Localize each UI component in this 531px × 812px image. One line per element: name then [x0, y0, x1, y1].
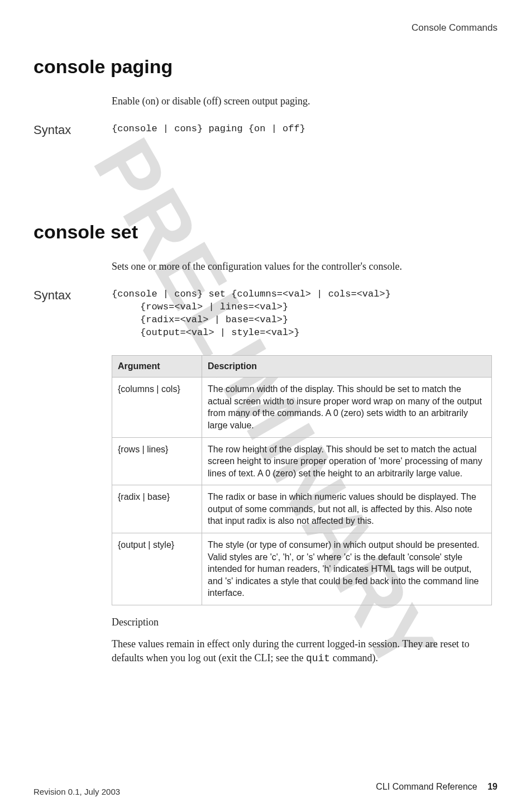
table-row: {output | style} The style (or type of c…: [112, 533, 492, 605]
syntax-code-set: {console | cons} set {columns=<val> | co…: [112, 288, 391, 340]
arguments-table: Argument Description {columns | cols} Th…: [112, 355, 492, 605]
table-header-description: Description: [202, 356, 492, 378]
description-heading: Description: [112, 615, 492, 629]
command-title-paging: console paging: [34, 56, 497, 78]
command-intro-set: Sets one or more of the configuration va…: [112, 260, 492, 274]
arg-desc: The row height of the display. This shou…: [202, 437, 492, 485]
arg-name: {radix | base}: [112, 485, 202, 533]
arg-desc: The radix or base in which numeric value…: [202, 485, 492, 533]
footer-revision: Revision 0.1, July 2003: [34, 787, 120, 796]
arg-desc: The style (or type of consumer) in which…: [202, 533, 492, 605]
running-header: Console Commands: [34, 22, 497, 34]
description-body: These values remain in effect only durin…: [112, 637, 492, 666]
command-title-set: console set: [34, 221, 497, 243]
syntax-label: Syntax: [34, 288, 112, 303]
arg-desc: The column width of the display. This sh…: [202, 378, 492, 437]
arg-name: {output | style}: [112, 533, 202, 605]
table-header-argument: Argument: [112, 356, 202, 378]
footer-page-number: 19: [487, 782, 497, 791]
desc-body-post: command).: [330, 652, 378, 663]
table-row: {rows | lines} The row height of the dis…: [112, 437, 492, 485]
desc-body-mono: quit: [306, 653, 330, 664]
arg-name: {columns | cols}: [112, 378, 202, 437]
desc-body-pre: These values remain in effect only durin…: [112, 638, 470, 663]
table-row: {radix | base} The radix or base in whic…: [112, 485, 492, 533]
arg-name: {rows | lines}: [112, 437, 202, 485]
syntax-code-paging: {console | cons} paging {on | off}: [112, 123, 305, 136]
command-intro-paging: Enable (on) or disable (off) screen outp…: [112, 94, 492, 108]
table-row: {columns | cols} The column width of the…: [112, 378, 492, 437]
syntax-label: Syntax: [34, 123, 112, 137]
footer-doc-title: CLI Command Reference: [376, 782, 477, 791]
